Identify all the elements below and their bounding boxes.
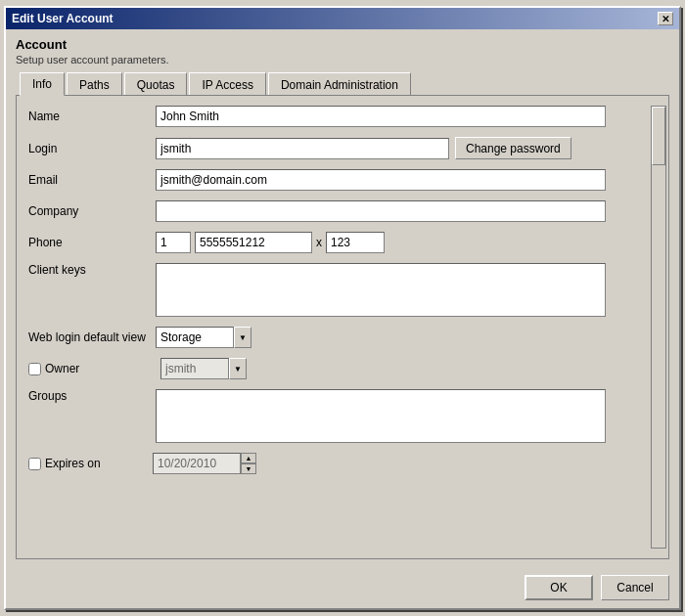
web-login-label: Web login default view <box>28 330 156 344</box>
dialog-title: Edit User Account <box>12 12 114 25</box>
groups-textarea[interactable] <box>156 389 606 443</box>
phone-label: Phone <box>28 236 156 249</box>
expires-spinner: ▲ ▼ <box>241 453 256 474</box>
cancel-button[interactable]: Cancel <box>601 575 669 600</box>
email-row: Email <box>28 169 643 191</box>
phone-ext-separator: x <box>316 236 322 249</box>
ok-button[interactable]: OK <box>525 575 593 600</box>
phone-row: Phone x <box>28 232 643 253</box>
web-login-input[interactable] <box>156 327 234 348</box>
web-login-dropdown-wrapper: ▼ <box>156 327 251 348</box>
owner-checkbox[interactable] <box>28 363 41 375</box>
account-subtitle: Setup user account parameters. <box>16 54 669 66</box>
expires-row: Expires on ▲ ▼ <box>28 453 643 474</box>
tab-info[interactable]: Info <box>20 72 65 96</box>
web-login-row: Web login default view ▼ <box>28 327 643 348</box>
phone-number-input[interactable] <box>195 232 312 253</box>
owner-row: Owner ▼ <box>28 358 643 379</box>
dialog-body: Account Setup user account parameters. I… <box>6 29 679 567</box>
groups-label: Groups <box>28 389 156 403</box>
name-label: Name <box>28 110 156 123</box>
company-label: Company <box>28 204 156 218</box>
change-password-button[interactable]: Change password <box>455 137 571 159</box>
scrollbar-track[interactable] <box>651 106 666 549</box>
name-input[interactable] <box>156 106 606 127</box>
edit-user-account-dialog: Edit User Account ✕ Account Setup user a… <box>4 6 681 610</box>
email-label: Email <box>28 173 156 187</box>
expires-spinner-up[interactable]: ▲ <box>241 453 256 463</box>
owner-label: Owner <box>45 362 153 375</box>
dialog-footer: OK Cancel <box>6 567 679 608</box>
login-row: Login Change password <box>28 137 643 159</box>
login-label: Login <box>28 142 156 155</box>
company-input[interactable] <box>156 200 606 222</box>
close-button[interactable]: ✕ <box>658 12 673 25</box>
scrollable-area: Name Login Change password Email <box>26 106 659 549</box>
client-keys-row: Client keys <box>28 263 643 317</box>
owner-dropdown-wrapper: ▼ <box>160 358 247 379</box>
expires-spinner-down[interactable]: ▼ <box>241 463 256 474</box>
client-keys-textarea[interactable] <box>156 263 606 317</box>
expires-checkbox[interactable] <box>28 458 41 470</box>
owner-input[interactable] <box>160 358 229 379</box>
scrollbar-thumb[interactable] <box>652 107 665 165</box>
owner-dropdown-button[interactable]: ▼ <box>229 358 247 379</box>
account-title: Account <box>16 37 669 52</box>
phone-ext-input[interactable] <box>326 232 385 253</box>
title-bar: Edit User Account ✕ <box>6 8 679 29</box>
tab-content-info: Name Login Change password Email <box>16 95 669 559</box>
tabs-container: Info Paths Quotas IP Access Domain Admin… <box>16 71 669 559</box>
email-input[interactable] <box>156 169 606 191</box>
tab-paths[interactable]: Paths <box>67 72 122 96</box>
web-login-dropdown-button[interactable]: ▼ <box>234 327 251 348</box>
tab-bar: Info Paths Quotas IP Access Domain Admin… <box>16 71 669 95</box>
tab-domain-administration[interactable]: Domain Administration <box>268 72 411 96</box>
company-row: Company <box>28 200 643 222</box>
account-section: Account Setup user account parameters. <box>16 37 669 66</box>
expires-label: Expires on <box>45 457 153 470</box>
phone-fields: x <box>156 232 385 253</box>
tab-quotas[interactable]: Quotas <box>124 72 188 96</box>
groups-row: Groups <box>28 389 643 443</box>
phone-country-input[interactable] <box>156 232 191 253</box>
name-row: Name <box>28 106 643 127</box>
login-input[interactable] <box>156 138 449 159</box>
expires-input[interactable] <box>153 453 241 474</box>
client-keys-label: Client keys <box>28 263 156 277</box>
tab-ip-access[interactable]: IP Access <box>189 72 265 96</box>
